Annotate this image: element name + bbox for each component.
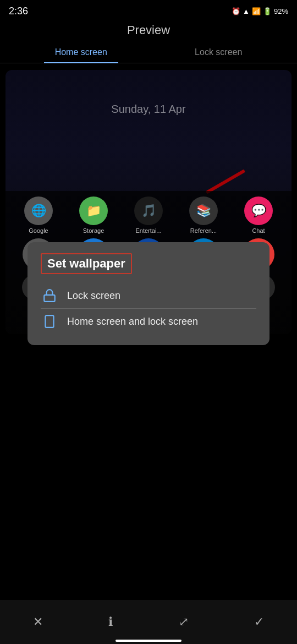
- info-button[interactable]: ℹ: [103, 609, 118, 635]
- app-icon-entertain: 🎵: [134, 197, 163, 225]
- page-title: Preview: [0, 23, 297, 37]
- battery-percent: 92%: [274, 7, 288, 15]
- list-item[interactable]: 🌐 Google: [20, 197, 57, 234]
- status-bar: 2:36 ⏰ ▲ 📶 🔋 92%: [0, 0, 297, 20]
- expand-button[interactable]: ⤢: [173, 609, 194, 635]
- lock-screen-label: Lock screen: [67, 290, 120, 302]
- alarm-icon: ⏰: [232, 7, 240, 15]
- option-home-and-lock[interactable]: Home screen and lock screen: [41, 309, 256, 334]
- bottom-nav: ✕ ℹ ⤢ ✓: [0, 600, 297, 644]
- list-item[interactable]: 🎵 Entertai...: [130, 197, 167, 234]
- app-icon-reference: 📚: [189, 197, 218, 225]
- tabs-container: Home screen Lock screen: [0, 43, 297, 63]
- close-button[interactable]: ✕: [28, 609, 48, 635]
- option-lock-screen[interactable]: Lock screen: [41, 283, 256, 308]
- app-label-entertain: Entertai...: [135, 227, 161, 234]
- list-item[interactable]: 📁 Storage: [75, 197, 112, 234]
- confirm-button[interactable]: ✓: [249, 609, 270, 635]
- set-wallpaper-dialog: Set wallpaper Lock screen Home screen an…: [28, 242, 270, 345]
- home-and-lock-label: Home screen and lock screen: [67, 316, 198, 328]
- battery-icon: 🔋: [263, 7, 272, 15]
- list-item[interactable]: 💬 Chat: [240, 197, 277, 234]
- wifi-icon: ▲: [243, 7, 250, 15]
- status-icons: ⏰ ▲ 📶 🔋 92%: [232, 7, 288, 15]
- list-item[interactable]: 📚 Referen...: [185, 197, 222, 234]
- app-icon-chat: 💬: [244, 197, 273, 225]
- home-indicator: [116, 640, 182, 642]
- status-time: 2:36: [9, 6, 28, 17]
- svg-rect-0: [44, 295, 55, 302]
- red-streak-decoration: [206, 169, 245, 194]
- app-icon-storage: 📁: [79, 197, 108, 225]
- phone-icon: [41, 314, 58, 329]
- tab-home-screen[interactable]: Home screen: [44, 43, 118, 63]
- lock-icon: [41, 288, 58, 303]
- dialog-title-box: Set wallpaper: [41, 253, 132, 274]
- preview-date: Sunday, 11 Apr: [111, 103, 185, 116]
- dialog-title: Set wallpaper: [47, 256, 125, 270]
- signal-icon: 📶: [252, 7, 261, 15]
- app-label-google: Google: [29, 227, 48, 234]
- app-label-chat: Chat: [252, 227, 265, 234]
- app-row-1: 🌐 Google 📁 Storage 🎵 Entertai... 📚 Refer…: [11, 197, 286, 234]
- app-label-storage: Storage: [83, 227, 105, 234]
- app-icon-google: 🌐: [24, 197, 53, 225]
- app-label-reference: Referen...: [190, 227, 217, 234]
- tab-lock-screen[interactable]: Lock screen: [184, 43, 253, 63]
